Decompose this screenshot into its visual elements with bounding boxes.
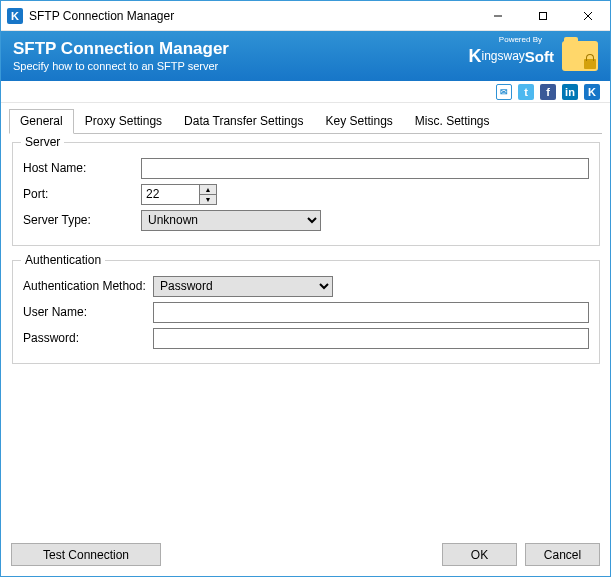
app-icon: K bbox=[7, 8, 23, 24]
tab-key-settings[interactable]: Key Settings bbox=[314, 109, 403, 134]
banner-title: SFTP Connection Manager bbox=[13, 40, 229, 59]
brand-logo: KingswaySoft bbox=[468, 46, 554, 67]
tab-proxy-settings[interactable]: Proxy Settings bbox=[74, 109, 173, 134]
ok-button[interactable]: OK bbox=[442, 543, 517, 566]
banner: SFTP Connection Manager Specify how to c… bbox=[1, 31, 610, 81]
titlebar: K SFTP Connection Manager bbox=[1, 1, 610, 31]
auth-method-select[interactable]: Password bbox=[153, 276, 333, 297]
user-name-input[interactable] bbox=[153, 302, 589, 323]
password-input[interactable] bbox=[153, 328, 589, 349]
mail-icon[interactable]: ✉ bbox=[496, 84, 512, 100]
svg-rect-1 bbox=[539, 12, 546, 19]
window-controls bbox=[475, 1, 610, 30]
social-row: ✉ t f in K bbox=[1, 81, 610, 103]
authentication-group: Authentication Authentication Method: Pa… bbox=[12, 260, 600, 364]
server-type-label: Server Type: bbox=[23, 213, 141, 227]
port-spin-down[interactable]: ▼ bbox=[200, 195, 216, 204]
lock-icon bbox=[584, 59, 596, 69]
facebook-icon[interactable]: f bbox=[540, 84, 556, 100]
maximize-button[interactable] bbox=[520, 1, 565, 30]
server-type-select[interactable]: Unknown bbox=[141, 210, 321, 231]
host-name-label: Host Name: bbox=[23, 161, 141, 175]
footer: Test Connection OK Cancel bbox=[1, 537, 610, 576]
close-button[interactable] bbox=[565, 1, 610, 30]
test-connection-button[interactable]: Test Connection bbox=[11, 543, 161, 566]
port-spin-up[interactable]: ▲ bbox=[200, 185, 216, 195]
powered-by-label: Powered By bbox=[499, 35, 542, 44]
kingswaysoft-icon[interactable]: K bbox=[584, 84, 600, 100]
cancel-button[interactable]: Cancel bbox=[525, 543, 600, 566]
minimize-button[interactable] bbox=[475, 1, 520, 30]
banner-subtitle: Specify how to connect to an SFTP server bbox=[13, 60, 229, 72]
window: K SFTP Connection Manager SFTP Connectio… bbox=[0, 0, 611, 577]
tab-data-transfer-settings[interactable]: Data Transfer Settings bbox=[173, 109, 314, 134]
tabs: General Proxy Settings Data Transfer Set… bbox=[9, 109, 602, 134]
server-group: Server Host Name: Port: ▲ ▼ bbox=[12, 142, 600, 246]
server-legend: Server bbox=[21, 135, 64, 149]
linkedin-icon[interactable]: in bbox=[562, 84, 578, 100]
host-name-input[interactable] bbox=[141, 158, 589, 179]
tab-general[interactable]: General bbox=[9, 109, 74, 134]
tab-body-general: Server Host Name: Port: ▲ ▼ bbox=[9, 134, 602, 529]
twitter-icon[interactable]: t bbox=[518, 84, 534, 100]
auth-method-label: Authentication Method: bbox=[23, 279, 153, 293]
tab-misc-settings[interactable]: Misc. Settings bbox=[404, 109, 501, 134]
port-input[interactable] bbox=[141, 184, 199, 205]
user-name-label: User Name: bbox=[23, 305, 153, 319]
port-spinner: ▲ ▼ bbox=[141, 184, 219, 205]
window-title: SFTP Connection Manager bbox=[29, 9, 475, 23]
authentication-legend: Authentication bbox=[21, 253, 105, 267]
port-label: Port: bbox=[23, 187, 141, 201]
password-label: Password: bbox=[23, 331, 153, 345]
sftp-folder-icon bbox=[562, 41, 598, 71]
content-area: General Proxy Settings Data Transfer Set… bbox=[1, 103, 610, 537]
